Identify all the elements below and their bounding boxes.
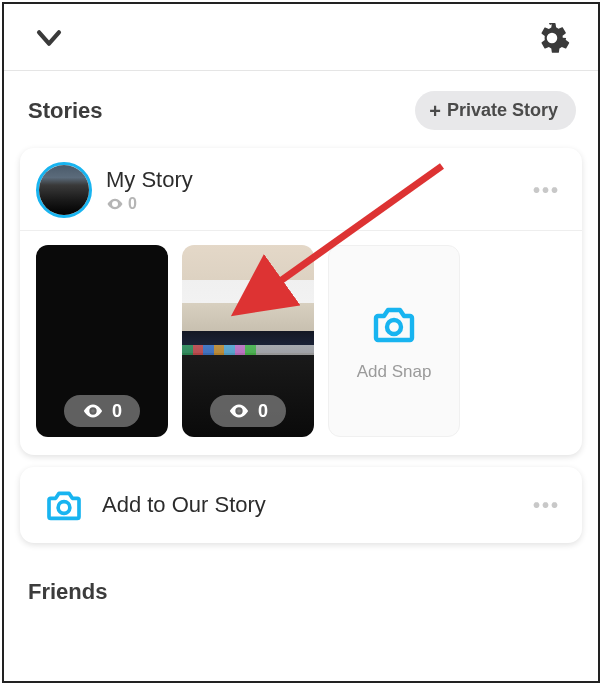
add-to-our-story-label: Add to Our Story	[102, 492, 533, 518]
gear-icon[interactable]	[534, 20, 570, 56]
svg-point-2	[237, 409, 241, 413]
camera-icon	[370, 300, 418, 348]
chevron-down-icon[interactable]	[32, 21, 66, 55]
snap-thumbnail[interactable]: 0	[182, 245, 314, 437]
eye-icon	[82, 400, 104, 422]
add-snap-button[interactable]: Add Snap	[328, 245, 460, 437]
my-story-title: My Story	[106, 167, 533, 193]
eye-icon	[106, 195, 124, 213]
my-story-card: My Story 0 ••• 0	[20, 148, 582, 455]
svg-point-0	[114, 203, 117, 206]
private-story-label: Private Story	[447, 100, 558, 121]
snap-thumbnail[interactable]: 0	[36, 245, 168, 437]
private-story-button[interactable]: + Private Story	[415, 91, 576, 130]
more-icon[interactable]: •••	[533, 179, 566, 202]
eye-icon	[228, 400, 250, 422]
my-story-header[interactable]: My Story 0 •••	[20, 148, 582, 231]
friends-section-title: Friends	[28, 579, 574, 605]
add-to-our-story-button[interactable]: Add to Our Story •••	[20, 467, 582, 543]
my-story-views: 0	[106, 195, 533, 213]
add-snap-label: Add Snap	[357, 362, 432, 382]
camera-icon	[44, 485, 84, 525]
more-icon[interactable]: •••	[533, 494, 566, 517]
stories-section-title: Stories	[28, 98, 103, 124]
snap-view-count: 0	[64, 395, 140, 427]
snap-view-count: 0	[210, 395, 286, 427]
svg-point-4	[58, 502, 70, 514]
plus-icon: +	[429, 101, 441, 121]
svg-point-1	[91, 409, 95, 413]
svg-point-3	[387, 320, 401, 334]
my-story-avatar[interactable]	[36, 162, 92, 218]
